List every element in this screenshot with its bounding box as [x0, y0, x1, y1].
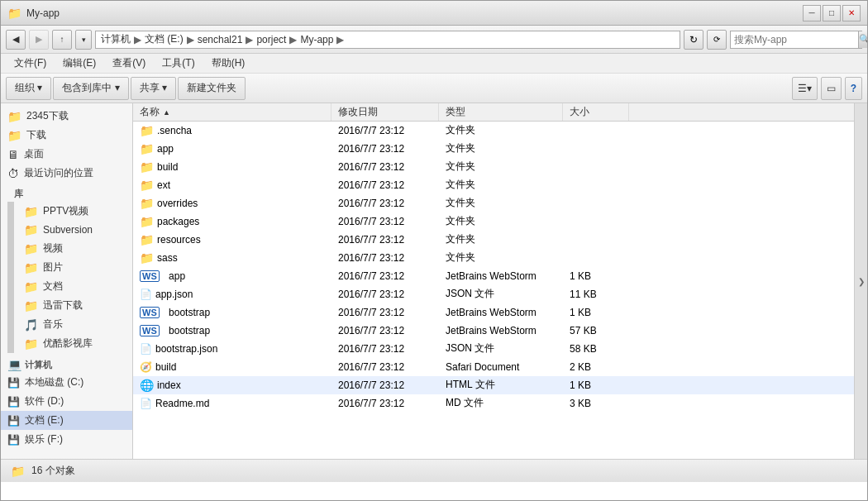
ws-icon: WS: [140, 325, 160, 336]
col-header-type[interactable]: 类型: [439, 103, 563, 121]
table-row[interactable]: 🧭build 2016/7/7 23:12 Safari Document 2 …: [133, 358, 854, 376]
sidebar-item-pptv[interactable]: 📁 PPTV视频: [17, 202, 132, 221]
table-row[interactable]: 📁app 2016/7/7 23:12 文件夹: [133, 140, 854, 158]
disk-icon: 💾: [7, 377, 20, 389]
menu-view[interactable]: 查看(V): [106, 55, 152, 72]
organize-button[interactable]: 组织 ▾: [6, 77, 51, 100]
folder-icon: 📁: [7, 110, 21, 123]
table-row[interactable]: 📄Readme.md 2016/7/7 23:12 MD 文件 3 KB: [133, 394, 854, 413]
sidebar-item-disk-c[interactable]: 💾 本地磁盘 (C:): [1, 373, 132, 392]
path-computer[interactable]: 计算机: [101, 32, 131, 46]
table-row[interactable]: 📄bootstrap.json 2016/7/7 23:12 JSON 文件 5…: [133, 340, 854, 358]
html-icon: 🌐: [140, 379, 154, 392]
maximize-button[interactable]: □: [823, 5, 841, 21]
table-row[interactable]: 📁ext 2016/7/7 23:12 文件夹: [133, 176, 854, 194]
sidebar-label-desktop: 桌面: [24, 147, 44, 161]
sidebar-item-video[interactable]: 📁 视频: [17, 239, 132, 258]
status-bar: 📁 16 个对象: [1, 459, 867, 482]
disk-icon: 💾: [7, 396, 20, 408]
table-row[interactable]: 📁packages 2016/7/7 23:12 文件夹: [133, 212, 854, 231]
disk-icon: 💾: [7, 415, 20, 427]
pane-button[interactable]: ▭: [821, 77, 842, 100]
table-row-index[interactable]: 🌐index 2016/7/7 23:12 HTML 文件 1 KB: [133, 376, 854, 394]
back-button[interactable]: ◀: [6, 30, 26, 50]
title-bar: 📁 My-app ─ □ ✕: [1, 1, 867, 26]
sidebar-item-docs[interactable]: 📁 文档: [17, 277, 132, 296]
menu-bar: 文件(F) 编辑(E) 查看(V) 工具(T) 帮助(H): [1, 54, 867, 74]
sidebar-item-recent[interactable]: ⏱ 最近访问的位置: [1, 164, 132, 183]
sidebar-item-youku[interactable]: 📁 优酷影视库: [17, 334, 132, 353]
status-count: 16 个对象: [31, 464, 75, 478]
menu-edit[interactable]: 编辑(E): [56, 55, 103, 72]
menu-help[interactable]: 帮助(H): [205, 55, 252, 72]
library-items: 📁 PPTV视频 📁 Subversion 📁 视频 📁 图片 📁: [17, 202, 132, 353]
dropdown-button[interactable]: ▾: [75, 30, 92, 50]
title-bar-title: My-app: [26, 7, 60, 19]
collapse-panel-button[interactable]: ❯: [854, 103, 867, 459]
sidebar-item-subversion[interactable]: 📁 Subversion: [17, 221, 132, 239]
menu-tools[interactable]: 工具(T): [155, 55, 201, 72]
address-path[interactable]: 计算机 ▶ 文档 (E:) ▶ senchal21 ▶ porject ▶ My…: [95, 31, 680, 49]
sidebar-item-desktop[interactable]: 🖥 桌面: [1, 145, 132, 164]
sidebar-item-music[interactable]: 🎵 音乐: [17, 315, 132, 334]
folder-icon: 📁: [24, 280, 38, 293]
refresh2-button[interactable]: ⟳: [707, 30, 727, 50]
folder-icon: 📁: [140, 197, 154, 210]
folder-icon: 📁: [140, 233, 154, 246]
search-box[interactable]: 🔍: [730, 31, 862, 49]
table-row[interactable]: WS bootstrap 2016/7/7 23:12 JetBrains We…: [133, 322, 854, 340]
new-folder-button[interactable]: 新建文件夹: [178, 77, 246, 100]
table-row[interactable]: 📁build 2016/7/7 23:12 文件夹: [133, 158, 854, 176]
col-header-name[interactable]: 名称 ▲: [133, 103, 331, 121]
sidebar-item-xunlei[interactable]: 📁 迅雷下载: [17, 296, 132, 315]
path-senchal21[interactable]: senchal21: [198, 34, 243, 45]
clock-icon: ⏱: [7, 167, 19, 180]
folder-icon: 📁: [140, 142, 154, 155]
path-doc-e[interactable]: 文档 (E:): [145, 32, 184, 46]
sidebar-label-recent: 最近访问的位置: [24, 166, 93, 180]
share-button[interactable]: 共享 ▾: [131, 77, 176, 100]
sidebar-item-pictures[interactable]: 📁 图片: [17, 258, 132, 277]
path-myapp[interactable]: My-app: [300, 34, 333, 45]
table-row[interactable]: 📁resources 2016/7/7 23:12 文件夹: [133, 231, 854, 249]
sort-icon: ▲: [163, 108, 170, 117]
ws-icon: WS: [140, 270, 160, 282]
folder-icon: 📁: [24, 299, 38, 313]
md-icon: 📄: [140, 398, 152, 409]
table-row[interactable]: 📄app.json 2016/7/7 23:12 JSON 文件 11 KB: [133, 285, 854, 303]
include-library-button[interactable]: 包含到库中 ▾: [53, 77, 128, 100]
path-porject[interactable]: porject: [256, 34, 286, 45]
search-input[interactable]: [734, 34, 858, 45]
forward-button[interactable]: ▶: [29, 30, 49, 50]
sidebar-item-disk-f[interactable]: 💾 娱乐 (F:): [1, 430, 132, 449]
minimize-button[interactable]: ─: [803, 5, 821, 21]
ws-icon: WS: [140, 307, 160, 318]
folder-icon: 📁: [140, 251, 154, 265]
refresh-button[interactable]: ↻: [684, 30, 703, 50]
sidebar-item-2345[interactable]: 📁 2345下载: [1, 107, 132, 126]
col-header-size[interactable]: 大小: [563, 103, 629, 121]
folder-icon: 📁: [140, 179, 154, 192]
table-row[interactable]: 📁overrides 2016/7/7 23:12 文件夹: [133, 194, 854, 212]
menu-file[interactable]: 文件(F): [7, 55, 53, 72]
folder-icon: 📁: [24, 337, 38, 351]
close-button[interactable]: ✕: [842, 5, 861, 21]
sidebar-item-disk-e[interactable]: 💾 文档 (E:): [1, 411, 132, 430]
json-icon: 📄: [140, 289, 152, 300]
table-row[interactable]: WS bootstrap 2016/7/7 23:12 JetBrains We…: [133, 303, 854, 322]
sidebar-item-download[interactable]: 📁 下载: [1, 126, 132, 145]
view-button[interactable]: ☰▾: [792, 77, 818, 100]
content-area: 名称 ▲ 修改日期 类型 大小 📁.sencha 2016/7/7 23:12 …: [133, 103, 854, 459]
sidebar-item-disk-d[interactable]: 💾 软件 (D:): [1, 392, 132, 411]
table-row[interactable]: 📁.sencha 2016/7/7 23:12 文件夹: [133, 122, 854, 140]
table-row[interactable]: WS app 2016/7/7 23:12 JetBrains WebStorm…: [133, 267, 854, 285]
sidebar-scrollbar[interactable]: [7, 202, 14, 353]
sidebar-label-2345: 2345下载: [26, 109, 69, 123]
table-row[interactable]: 📁sass 2016/7/7 23:12 文件夹: [133, 249, 854, 267]
computer-section-label: 💻 计算机: [1, 353, 132, 373]
up-button[interactable]: ↑: [52, 30, 72, 50]
search-button[interactable]: 🔍: [858, 31, 868, 48]
col-header-date[interactable]: 修改日期: [331, 103, 439, 121]
folder-icon: 📁: [7, 7, 21, 20]
help-button[interactable]: ?: [845, 77, 862, 100]
